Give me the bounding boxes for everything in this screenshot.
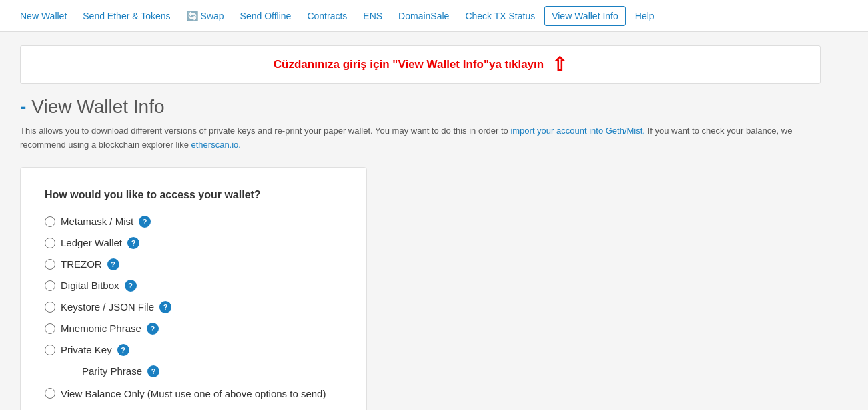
arrow-up-icon: ⇧ — [552, 55, 567, 74]
option-digitalbitbox[interactable]: Digital Bitbox ? — [45, 280, 342, 292]
page-description: This allows you to download different ve… — [20, 124, 821, 152]
label-keystore: Keystore / JSON File — [61, 301, 154, 313]
nav-view-wallet-info[interactable]: View Wallet Info — [544, 6, 626, 26]
option-viewbalance[interactable]: View Balance Only (Must use one of above… — [45, 387, 342, 401]
label-privatekey: Private Key — [61, 344, 112, 355]
option-metamask[interactable]: Metamask / Mist ? — [45, 216, 342, 228]
help-privatekey-icon[interactable]: ? — [117, 344, 129, 356]
help-digitalbitbox-icon[interactable]: ? — [125, 280, 137, 292]
option-privatekey[interactable]: Private Key ? — [45, 344, 342, 356]
help-trezor-icon[interactable]: ? — [107, 258, 119, 270]
geth-mist-link[interactable]: import your account into Geth/Mist. — [510, 126, 645, 136]
nav-contracts[interactable]: Contracts — [300, 7, 354, 25]
banner-text: Cüzdanınıza giriş için "View Wallet Info… — [274, 58, 544, 71]
wallet-access-card: How would you like to access your wallet… — [20, 167, 367, 410]
swap-emoji-icon: 🔄 — [187, 11, 198, 21]
label-viewbalance: View Balance Only (Must use one of above… — [61, 387, 326, 401]
navigation: New Wallet Send Ether & Tokens 🔄 Swap Se… — [0, 0, 868, 32]
option-ledger[interactable]: Ledger Wallet ? — [45, 237, 342, 249]
main-content: Cüzdanınıza giriş için "View Wallet Info… — [0, 32, 841, 410]
card-title: How would you like to access your wallet… — [45, 188, 342, 202]
banner: Cüzdanınıza giriş için "View Wallet Info… — [20, 45, 821, 84]
radio-mnemonic[interactable] — [45, 323, 55, 334]
nav-new-wallet[interactable]: New Wallet — [13, 7, 73, 25]
nav-ens[interactable]: ENS — [356, 7, 389, 25]
nav-check-tx[interactable]: Check TX Status — [458, 7, 542, 25]
nav-domainsale[interactable]: DomainSale — [392, 7, 456, 25]
option-keystore[interactable]: Keystore / JSON File ? — [45, 301, 342, 313]
label-digitalbitbox: Digital Bitbox — [61, 280, 119, 291]
help-mnemonic-icon[interactable]: ? — [147, 323, 159, 335]
nav-help[interactable]: Help — [628, 7, 661, 25]
help-parity-icon[interactable]: ? — [147, 365, 159, 377]
help-ledger-icon[interactable]: ? — [127, 237, 139, 249]
radio-metamask[interactable] — [45, 216, 55, 227]
radio-trezor[interactable] — [45, 259, 55, 270]
label-metamask: Metamask / Mist — [61, 216, 133, 227]
help-metamask-icon[interactable]: ? — [139, 216, 151, 228]
radio-digitalbitbox[interactable] — [45, 280, 55, 291]
nav-send-ether[interactable]: Send Ether & Tokens — [76, 7, 177, 25]
page-title: View Wallet Info — [31, 96, 164, 118]
label-ledger: Ledger Wallet — [61, 237, 122, 248]
help-keystore-icon[interactable]: ? — [159, 301, 171, 313]
label-mnemonic: Mnemonic Phrase — [61, 323, 141, 334]
radio-privatekey[interactable] — [45, 345, 55, 355]
page-title-row: - View Wallet Info — [20, 96, 821, 118]
option-parity: Parity Phrase ? — [82, 365, 342, 377]
radio-ledger[interactable] — [45, 238, 55, 248]
option-mnemonic[interactable]: Mnemonic Phrase ? — [45, 323, 342, 335]
option-trezor[interactable]: TREZOR ? — [45, 258, 342, 270]
radio-viewbalance[interactable] — [45, 388, 55, 399]
title-dash: - — [20, 96, 26, 118]
nav-swap[interactable]: 🔄 Swap — [180, 7, 231, 25]
nav-send-offline[interactable]: Send Offline — [234, 7, 298, 25]
etherscan-link[interactable]: etherscan.io. — [191, 140, 241, 150]
label-parity: Parity Phrase — [82, 365, 142, 377]
label-trezor: TREZOR — [61, 258, 102, 270]
radio-keystore[interactable] — [45, 302, 55, 313]
